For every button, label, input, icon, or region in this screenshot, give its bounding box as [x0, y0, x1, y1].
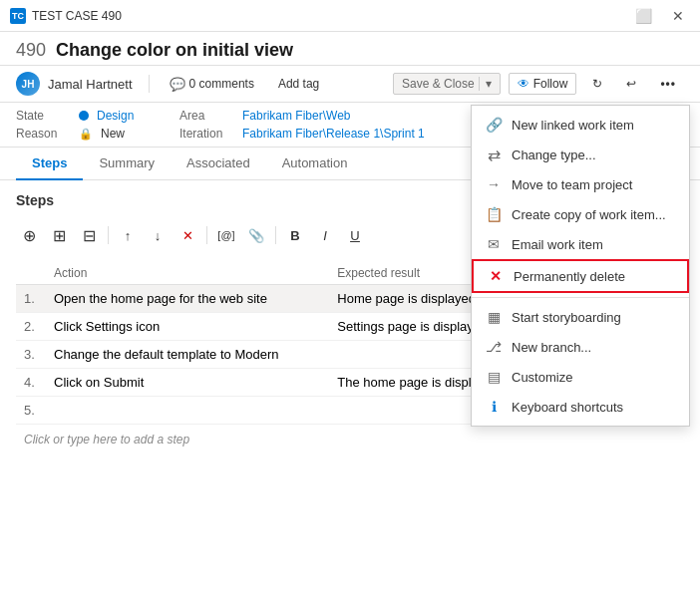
menu-permanently-delete-label: Permanently delete [514, 269, 625, 284]
menu-new-branch[interactable]: ⎇ New branch... [472, 332, 689, 362]
toolbar-sep-2 [206, 226, 207, 244]
tab-steps[interactable]: Steps [16, 148, 83, 180]
menu-move-to-team-label: Move to team project [512, 177, 632, 192]
menu-shortcuts-label: Keyboard shortcuts [512, 400, 623, 415]
refresh-button[interactable]: ↻ [584, 74, 610, 94]
reason-value: New [101, 127, 125, 141]
menu-start-storyboard[interactable]: ▦ Start storyboarding [472, 302, 689, 332]
insert-step-icon: ⊟ [83, 226, 96, 245]
attach-button[interactable]: 📎 [243, 222, 269, 248]
toolbar-sep-3 [275, 226, 276, 244]
state-row: State Design [16, 109, 156, 123]
user-name: Jamal Hartnett [48, 77, 133, 92]
refresh-icon: ↻ [592, 77, 602, 91]
menu-create-copy[interactable]: 📋 Create copy of work item... [472, 199, 689, 229]
menu-change-type[interactable]: ⇄ Change type... [472, 140, 689, 169]
move-down-icon: ↓ [155, 228, 162, 243]
add-step-hint[interactable]: Click or type here to add a step [16, 425, 684, 454]
add-tag-button[interactable]: Add tag [270, 74, 327, 94]
app-icon: TC [10, 8, 26, 24]
menu-create-copy-label: Create copy of work item... [512, 207, 666, 222]
area-value[interactable]: Fabrikam Fiber\Web [242, 109, 350, 123]
add-step-button[interactable]: ⊕ [16, 222, 42, 248]
follow-icon: 👁 [518, 77, 529, 91]
step-action-5[interactable] [46, 397, 329, 425]
area-row: Area Fabrikam Fiber\Web [179, 109, 425, 123]
step-num-3: 3. [16, 341, 46, 369]
menu-move-to-team[interactable]: → Move to team project [472, 169, 689, 199]
move-up-icon: ↑ [125, 228, 132, 243]
insert-param-icon: [@] [217, 229, 234, 241]
title-bar: TC TEST CASE 490 ⬜ ✕ [0, 0, 700, 32]
step-action-1[interactable]: Open the home page for the web site [46, 285, 329, 313]
underline-button[interactable]: U [342, 222, 368, 248]
italic-icon: I [323, 228, 327, 243]
comments-count: 0 comments [189, 77, 254, 91]
insert-param-button[interactable]: [@] [213, 222, 239, 248]
toolbar: JH Jamal Hartnett 💬 0 comments Add tag S… [0, 66, 700, 103]
comments-button[interactable]: 💬 0 comments [162, 74, 262, 95]
menu-email-work-item[interactable]: ✉ Email work item [472, 229, 689, 259]
comments-icon: 💬 [170, 77, 185, 92]
change-type-icon: ⇄ [486, 147, 502, 162]
col-num [16, 262, 46, 285]
step-action-4[interactable]: Click on Submit [46, 369, 329, 397]
state-group: State Design Reason 🔒 New [16, 109, 156, 141]
delete-step-button[interactable]: ✕ [175, 222, 200, 248]
maximize-button[interactable]: ⬜ [629, 6, 658, 26]
iteration-label: Iteration [179, 127, 234, 141]
add-shared-icon: ⊞ [53, 226, 66, 245]
storyboard-icon: ▦ [486, 309, 502, 325]
insert-step-button[interactable]: ⊟ [76, 222, 102, 248]
customize-icon: ▤ [486, 369, 502, 385]
bold-button[interactable]: B [282, 222, 308, 248]
move-down-button[interactable]: ↓ [145, 222, 171, 248]
tab-automation[interactable]: Automation [266, 148, 364, 180]
tab-associated[interactable]: Associated [171, 148, 266, 180]
add-shared-button[interactable]: ⊞ [46, 222, 72, 248]
italic-button[interactable]: I [312, 222, 338, 248]
step-action-2[interactable]: Click Settings icon [46, 313, 329, 341]
menu-new-branch-label: New branch... [512, 340, 591, 355]
state-value[interactable]: Design [97, 109, 134, 123]
follow-button[interactable]: 👁 Follow [509, 73, 577, 95]
menu-separator [472, 297, 689, 298]
save-close-button[interactable]: Save & Close ▾ [393, 73, 501, 95]
menu-customize[interactable]: ▤ Customize [472, 362, 689, 392]
tab-summary[interactable]: Summary [83, 148, 171, 180]
more-icon: ••• [660, 77, 676, 91]
menu-keyboard-shortcuts[interactable]: ℹ Keyboard shortcuts [472, 392, 689, 422]
more-button[interactable]: ••• [652, 74, 684, 94]
close-button[interactable]: ✕ [666, 6, 690, 26]
delete-icon: ✕ [488, 268, 504, 284]
menu-customize-label: Customize [512, 370, 572, 385]
create-copy-icon: 📋 [486, 206, 502, 222]
add-step-icon: ⊕ [23, 226, 36, 245]
menu-permanently-delete[interactable]: ✕ Permanently delete [472, 259, 689, 293]
area-group: Area Fabrikam Fiber\Web Iteration Fabrik… [179, 109, 425, 141]
menu-new-linked-label: New linked work item [512, 118, 634, 133]
step-num-2: 2. [16, 313, 46, 341]
state-dot [79, 111, 89, 121]
col-action: Action [46, 262, 329, 285]
menu-storyboard-label: Start storyboarding [512, 310, 621, 325]
step-num-4: 4. [16, 369, 46, 397]
reason-row: Reason 🔒 New [16, 127, 156, 141]
iteration-value[interactable]: Fabrikam Fiber\Release 1\Sprint 1 [242, 127, 425, 141]
save-dropdown-icon[interactable]: ▾ [479, 77, 492, 91]
context-menu: 🔗 New linked work item ⇄ Change type... … [471, 105, 690, 427]
menu-change-type-label: Change type... [512, 148, 596, 162]
email-icon: ✉ [486, 236, 502, 252]
title-bar-left: TC TEST CASE 490 [10, 8, 122, 24]
step-action-3[interactable]: Change the default template to Modern [46, 341, 329, 369]
delete-step-icon: ✕ [182, 228, 193, 243]
reason-label: Reason [16, 127, 71, 141]
menu-new-linked-work-item[interactable]: 🔗 New linked work item [472, 110, 689, 140]
undo-button[interactable]: ↩ [618, 74, 644, 94]
title-bar-controls: ⬜ ✕ [629, 6, 690, 26]
avatar: JH [16, 72, 40, 96]
move-up-button[interactable]: ↑ [115, 222, 141, 248]
underline-icon: U [350, 228, 359, 243]
work-item-header: 490 Change color on initial view [0, 32, 700, 66]
menu-email-label: Email work item [512, 237, 603, 252]
